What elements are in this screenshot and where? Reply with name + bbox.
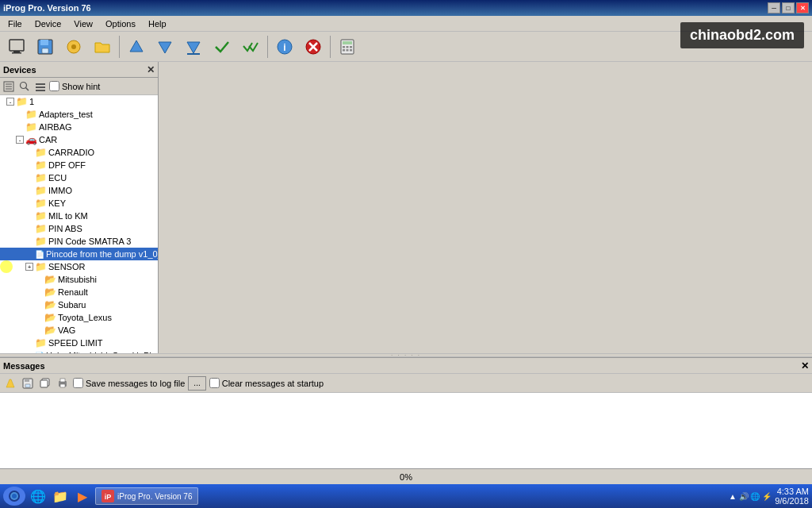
tree-node-subaru[interactable]: 📂 Subaru [0, 298, 158, 311]
toolbar-btn-folder[interactable] [89, 34, 116, 60]
menu-device[interactable]: Device [29, 17, 68, 30]
svg-rect-35 [25, 379, 29, 382]
window-controls: ─ □ ✕ [768, 2, 809, 13]
progress-text: 0% [400, 472, 412, 482]
svg-point-29 [21, 82, 27, 88]
tree-node-renault[interactable]: 📂 Renault [0, 286, 158, 298]
toolbar-sep-3 [330, 36, 331, 58]
tree-node-adapters[interactable]: 📁 Adapters_test [0, 108, 158, 121]
folder-icon-key: 📁 [35, 198, 47, 209]
clock-date: 9/6/2018 [775, 496, 809, 506]
node-label-immo: IMMO [48, 186, 72, 195]
save-log-input[interactable] [73, 378, 83, 388]
tree-node-carradio[interactable]: 📁 CARRADIO [0, 146, 158, 159]
node-label-speedlimit: SPEED LIMIT [48, 338, 102, 348]
svg-rect-1 [13, 51, 20, 52]
tree-container[interactable]: - 📁 1 📁 Adapters_test 📁 AIRBAG - 🚗 [0, 95, 158, 353]
show-hint-checkbox[interactable]: Show hint [49, 81, 100, 91]
messages-content[interactable] [0, 393, 812, 468]
clear-startup-checkbox[interactable]: Clear messages at startup [209, 378, 324, 388]
svg-rect-20 [347, 46, 349, 48]
tree-node-1[interactable]: - 📁 1 [0, 95, 158, 108]
taskbar-ie-icon[interactable]: 🌐 [29, 487, 48, 506]
folder-icon-miltokm: 📁 [35, 210, 47, 221]
clear-startup-input[interactable] [209, 378, 220, 388]
folder-icon-carradio: 📁 [35, 147, 47, 158]
toolbar-btn-tools[interactable] [60, 34, 87, 60]
toolbar-btn-stop[interactable] [300, 34, 327, 60]
toolbar-btn-down2[interactable] [180, 34, 207, 60]
menu-options[interactable]: Options [99, 17, 142, 30]
tree-node-key[interactable]: 📁 KEY [0, 197, 158, 210]
folder-icon-speedlimit: 📁 [35, 337, 47, 348]
tree-node-vag[interactable]: 📂 VAG [0, 324, 158, 337]
dev-btn-props[interactable] [33, 79, 48, 94]
taskbar-app-iprog[interactable]: iP iProg Pro. Version 76 [95, 487, 198, 505]
tree-node-pinabs[interactable]: 📁 PIN ABS [0, 222, 158, 235]
svg-rect-36 [25, 384, 30, 387]
taskbar: 🌐 📁 ▶ iP iProg Pro. Version 76 ▲ 🔊 🌐 ⚡ 4… [0, 484, 812, 508]
tree-node-pinsmatra[interactable]: 📁 PIN Code SMATRA 3 [0, 235, 158, 248]
toolbar-btn-up[interactable] [123, 34, 150, 60]
msg-btn-save[interactable] [21, 376, 35, 391]
tree-node-ecu[interactable]: 📁 ECU [0, 171, 158, 184]
folder-icon-renault: 📂 [44, 287, 56, 298]
tree-node-pincode[interactable]: 📄 Pincode from the dump v1_0_ [0, 248, 158, 260]
svg-point-45 [12, 494, 17, 498]
msg-btn-clear[interactable] [3, 376, 17, 391]
toolbar-btn-info[interactable]: i [271, 34, 298, 60]
folder-icon-pinabs: 📁 [35, 223, 47, 234]
folder-icon-immo: 📁 [35, 185, 47, 196]
tree-node-immo[interactable]: 📁 IMMO [0, 184, 158, 197]
folder-icon-ecu: 📁 [35, 172, 47, 183]
tree-node-dpf[interactable]: 📁 DPF OFF [0, 159, 158, 171]
toolbar-btn-check1[interactable] [209, 34, 236, 60]
toolbar-btn-down[interactable] [151, 34, 178, 60]
dev-btn-list[interactable] [2, 79, 16, 94]
svg-text:i: i [283, 42, 285, 53]
toolbar-btn-monitor[interactable] [3, 34, 30, 60]
devices-header: Devices ✕ [0, 62, 158, 78]
minimize-button[interactable]: ─ [768, 2, 780, 13]
expand-car[interactable]: - [16, 136, 24, 144]
right-panel [159, 62, 812, 353]
tree-node-speedlimit[interactable]: 📁 SPEED LIMIT [0, 337, 158, 349]
messages-close[interactable]: ✕ [801, 360, 809, 371]
tree-node-mitsubishi[interactable]: 📂 Mitsubishi [0, 273, 158, 286]
msg-btn-print[interactable] [56, 376, 70, 391]
folder-icon-subaru: 📂 [44, 299, 56, 310]
toolbar-btn-calc[interactable] [334, 34, 361, 60]
close-button[interactable]: ✕ [796, 2, 809, 13]
svg-rect-31 [36, 83, 45, 85]
node-label-renault: Renault [58, 287, 88, 297]
tree-node-sensor[interactable]: + 📁 SENSOR [0, 260, 158, 273]
svg-rect-0 [10, 40, 24, 51]
hint-checkbox[interactable] [49, 81, 59, 91]
expand-sensor[interactable]: + [25, 263, 33, 271]
save-log-checkbox[interactable]: Save messages to log file [73, 378, 185, 388]
toolbar-btn-save[interactable] [32, 34, 59, 60]
tree-node-miltokm[interactable]: 📁 MIL to KM [0, 210, 158, 222]
menu-view[interactable]: View [67, 17, 99, 30]
dev-btn-search[interactable] [17, 79, 32, 94]
taskbar-media-icon[interactable]: ▶ [73, 487, 92, 506]
node-label-1: 1 [29, 97, 34, 106]
devices-close[interactable]: ✕ [147, 64, 155, 75]
start-button[interactable] [3, 487, 25, 506]
menu-file[interactable]: File [2, 17, 29, 30]
node-label-miltokm: MIL to KM [48, 211, 88, 221]
file-icon-pincode: 📄 [35, 250, 44, 259]
maximize-button[interactable]: □ [782, 2, 795, 13]
expand-1[interactable]: - [6, 98, 14, 106]
tree-node-toyota[interactable]: 📂 Toyota_Lexus [0, 311, 158, 324]
taskbar-explorer-icon[interactable]: 📁 [51, 487, 70, 506]
toolbar-btn-check2[interactable] [237, 34, 264, 60]
msg-btn-copy[interactable] [38, 376, 52, 391]
node-label-sensor: SENSOR [48, 262, 85, 271]
save-browse-btn[interactable]: ... [188, 376, 205, 391]
car-icon: 🚗 [25, 134, 37, 145]
tree-node-airbag[interactable]: 📁 AIRBAG [0, 121, 158, 133]
menu-help[interactable]: Help [142, 17, 173, 30]
svg-rect-40 [60, 379, 65, 382]
tree-node-car[interactable]: - 🚗 CAR [0, 133, 158, 146]
